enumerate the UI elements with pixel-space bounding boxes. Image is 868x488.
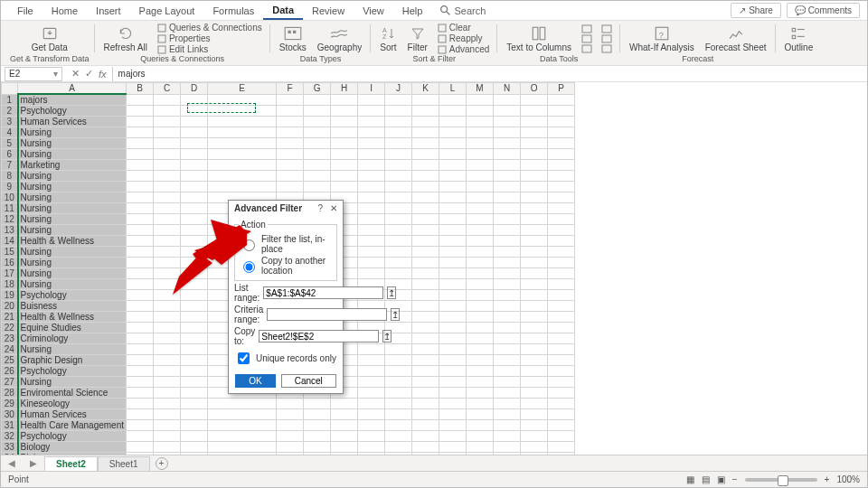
cell[interactable] (127, 214, 154, 225)
cell[interactable]: Equine Studies (18, 323, 127, 333)
cell[interactable]: Psychology (18, 366, 127, 377)
cell[interactable] (412, 388, 439, 399)
cell[interactable] (467, 442, 494, 453)
cell[interactable] (385, 268, 412, 279)
cell[interactable] (154, 225, 181, 236)
cell[interactable]: Biology (18, 442, 127, 453)
cell[interactable] (358, 225, 385, 236)
tab-page-layout[interactable]: Page Layout (130, 3, 204, 19)
row-header[interactable]: 19 (2, 290, 18, 301)
column-header-M[interactable]: M (467, 83, 494, 95)
copy-location-option[interactable]: Copy to another location (239, 255, 331, 277)
cell[interactable] (439, 149, 467, 160)
cell[interactable] (521, 203, 548, 214)
unique-records-option[interactable]: Unique records only (234, 350, 337, 367)
cell[interactable] (467, 117, 494, 127)
ok-button[interactable]: OK (235, 374, 275, 388)
cell[interactable] (521, 442, 548, 453)
cell[interactable] (412, 236, 439, 247)
cell[interactable] (208, 138, 277, 149)
add-sheet-button[interactable]: + (156, 457, 168, 470)
filter-inplace-option[interactable]: Filter the list, in-place (239, 233, 331, 255)
cell[interactable] (127, 366, 154, 377)
cell[interactable] (412, 399, 439, 409)
cell[interactable] (358, 127, 385, 138)
cell[interactable] (331, 409, 358, 420)
row-header[interactable]: 22 (2, 323, 18, 333)
cancel-button[interactable]: Cancel (281, 374, 336, 388)
cell[interactable] (181, 279, 208, 290)
cell[interactable] (467, 106, 494, 117)
cell[interactable] (181, 127, 208, 138)
cell[interactable] (467, 138, 494, 149)
cancel-formula-icon[interactable]: ✕ (71, 68, 80, 80)
cell[interactable] (358, 182, 385, 192)
cell[interactable] (412, 420, 439, 431)
cell[interactable] (467, 388, 494, 399)
column-header-I[interactable]: I (358, 83, 385, 95)
cell[interactable] (439, 279, 467, 290)
tab-help[interactable]: Help (393, 3, 432, 19)
cell[interactable] (521, 214, 548, 225)
cell[interactable] (181, 182, 208, 192)
cell[interactable] (127, 106, 154, 117)
cell[interactable] (521, 127, 548, 138)
cell[interactable] (439, 301, 467, 312)
cell[interactable]: Health & Wellness (18, 236, 127, 247)
cell[interactable] (277, 149, 304, 160)
cell[interactable] (548, 192, 575, 203)
data-tools-small-2[interactable] (579, 44, 595, 53)
cell[interactable] (521, 258, 548, 268)
cell[interactable] (412, 409, 439, 420)
cell[interactable] (494, 138, 521, 149)
sheet-nav-next[interactable]: ▶ (23, 458, 44, 468)
cell[interactable]: Nursing (18, 225, 127, 236)
cell[interactable] (385, 258, 412, 268)
cell[interactable] (521, 377, 548, 388)
cell[interactable] (439, 203, 467, 214)
row-header[interactable]: 28 (2, 388, 18, 399)
cell[interactable] (412, 117, 439, 127)
row-header[interactable]: 23 (2, 333, 18, 344)
cell[interactable]: Human Services (18, 117, 127, 127)
cell[interactable] (521, 312, 548, 323)
row-header[interactable]: 17 (2, 268, 18, 279)
cell[interactable]: Buisness (18, 301, 127, 312)
cell[interactable] (385, 247, 412, 258)
cell[interactable] (521, 160, 548, 171)
cell[interactable] (494, 377, 521, 388)
cell[interactable] (385, 106, 412, 117)
cell[interactable] (548, 268, 575, 279)
row-header[interactable]: 30 (2, 409, 18, 420)
cell[interactable] (548, 214, 575, 225)
cell[interactable] (127, 192, 154, 203)
cell[interactable] (331, 106, 358, 117)
cell[interactable] (439, 355, 467, 366)
cell[interactable]: Nursing (18, 279, 127, 290)
row-header[interactable]: 2 (2, 106, 18, 117)
cell[interactable] (494, 279, 521, 290)
cell[interactable] (412, 94, 439, 106)
cell[interactable] (154, 301, 181, 312)
cell[interactable] (521, 290, 548, 301)
dialog-close-button[interactable]: ✕ (330, 203, 337, 213)
cell[interactable] (385, 160, 412, 171)
cell[interactable]: Nursing (18, 247, 127, 258)
cell[interactable] (548, 127, 575, 138)
sheet-tab-sheet1[interactable]: Sheet1 (98, 456, 150, 471)
cell[interactable] (127, 225, 154, 236)
ribbon-clear-button[interactable]: Clear (435, 23, 492, 33)
cell[interactable] (181, 290, 208, 301)
cell[interactable] (494, 214, 521, 225)
cell[interactable] (521, 225, 548, 236)
cell[interactable] (439, 258, 467, 268)
cell[interactable] (154, 138, 181, 149)
cell[interactable] (154, 236, 181, 247)
cell[interactable] (154, 333, 181, 344)
cell[interactable] (467, 323, 494, 333)
cell[interactable] (494, 366, 521, 377)
view-normal-icon[interactable]: ▦ (686, 474, 694, 484)
unique-records-checkbox[interactable] (238, 352, 250, 364)
cell[interactable] (385, 399, 412, 409)
cell[interactable] (521, 420, 548, 431)
